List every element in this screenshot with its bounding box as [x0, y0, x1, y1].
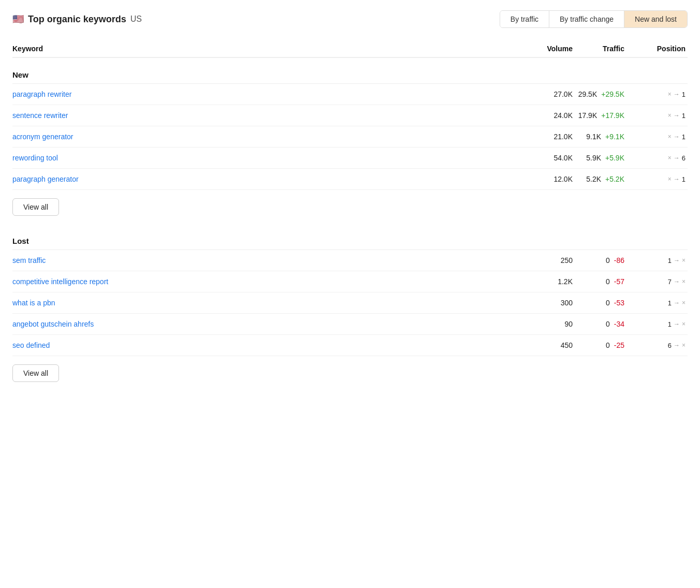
cell-position: 1 → ×: [631, 320, 688, 328]
arrow-icon: →: [674, 257, 680, 264]
pos-to: 1: [682, 175, 686, 183]
table-row: paragraph generator 12.0K 5.2K +5.2K × →…: [12, 169, 688, 190]
cell-traffic: 5.2K +5.2K: [579, 175, 631, 183]
cell-volume: 27.0K: [527, 90, 579, 98]
keyword-link[interactable]: sentence rewriter: [12, 111, 527, 120]
cell-position: × → 6: [631, 154, 688, 162]
traffic-change: -25: [614, 341, 624, 349]
view-all-new-button[interactable]: View all: [12, 198, 59, 216]
cell-position: 7 → ×: [631, 278, 688, 286]
keyword-link[interactable]: acronym generator: [12, 133, 527, 141]
pos-to: ×: [682, 278, 686, 285]
cell-volume: 12.0K: [527, 175, 579, 183]
cell-traffic: 5.9K +5.9K: [579, 154, 631, 162]
tab-by-traffic[interactable]: By traffic: [500, 11, 549, 27]
traffic-change: +5.2K: [605, 175, 624, 183]
arrow-icon: →: [674, 91, 680, 98]
cell-volume: 54.0K: [527, 154, 579, 162]
cell-traffic: 29.5K +29.5K: [579, 90, 631, 98]
cell-volume: 1.2K: [527, 277, 579, 286]
col-volume: Volume: [527, 45, 579, 53]
cell-position: 6 → ×: [631, 342, 688, 349]
col-traffic: Traffic: [579, 45, 631, 53]
section-lost: Lost sem traffic 250 0 -86 1 → × competi…: [12, 228, 688, 394]
traffic-change: +29.5K: [601, 90, 624, 98]
keyword-link[interactable]: what is a pbn: [12, 299, 527, 307]
cell-volume: 24.0K: [527, 111, 579, 120]
pos-to: 1: [682, 91, 686, 98]
keyword-link[interactable]: seo defined: [12, 341, 527, 349]
country-label: US: [130, 14, 142, 24]
arrow-icon: →: [674, 112, 680, 119]
section-lost-label: Lost: [12, 228, 688, 250]
main-container: 🇺🇸 Top organic keywords US By traffic By…: [0, 0, 700, 588]
cell-traffic: 17.9K +17.9K: [579, 111, 631, 120]
traffic-change: +5.9K: [605, 154, 624, 162]
pos-from: ×: [668, 112, 672, 119]
keyword-link[interactable]: competitive intelligence report: [12, 277, 527, 286]
table-row: rewording tool 54.0K 5.9K +5.9K × → 6: [12, 148, 688, 169]
traffic-change: -34: [614, 320, 624, 328]
keyword-link[interactable]: paragraph generator: [12, 175, 527, 183]
table-row: sentence rewriter 24.0K 17.9K +17.9K × →…: [12, 105, 688, 126]
flag-icon: 🇺🇸: [12, 13, 24, 25]
pos-from: ×: [668, 91, 672, 98]
arrow-icon: →: [674, 342, 680, 349]
pos-to: 1: [682, 133, 686, 141]
pos-from: 1: [668, 257, 672, 264]
table-row: competitive intelligence report 1.2K 0 -…: [12, 271, 688, 292]
tab-group: By traffic By traffic change New and los…: [500, 10, 688, 28]
table-row: seo defined 450 0 -25 6 → ×: [12, 335, 688, 356]
cell-volume: 300: [527, 299, 579, 307]
table-row: paragraph rewriter 27.0K 29.5K +29.5K × …: [12, 84, 688, 105]
traffic-change: +9.1K: [605, 133, 624, 141]
traffic-change: -86: [614, 256, 624, 264]
cell-traffic: 0 -53: [579, 299, 631, 307]
cell-volume: 21.0K: [527, 133, 579, 141]
page-title: Top organic keywords: [28, 14, 126, 25]
pos-to: ×: [682, 257, 686, 264]
view-all-lost-button[interactable]: View all: [12, 364, 59, 382]
cell-position: × → 1: [631, 112, 688, 120]
cell-volume: 450: [527, 341, 579, 349]
cell-traffic: 0 -34: [579, 320, 631, 328]
pos-from: 1: [668, 299, 672, 307]
tab-new-and-lost[interactable]: New and lost: [624, 11, 687, 27]
pos-from: ×: [668, 154, 672, 161]
pos-from: 7: [668, 278, 672, 286]
column-headers: Keyword Volume Traffic Position: [12, 40, 688, 58]
pos-to: ×: [682, 320, 686, 328]
cell-position: × → 1: [631, 175, 688, 183]
header-title-group: 🇺🇸 Top organic keywords US: [12, 13, 142, 25]
cell-traffic: 9.1K +9.1K: [579, 133, 631, 141]
pos-to: 6: [682, 154, 686, 162]
cell-traffic: 0 -86: [579, 256, 631, 264]
pos-to: ×: [682, 299, 686, 306]
pos-from: ×: [668, 133, 672, 140]
cell-volume: 90: [527, 320, 579, 328]
arrow-icon: →: [674, 278, 680, 285]
traffic-change: -57: [614, 277, 624, 286]
keyword-link[interactable]: paragraph rewriter: [12, 90, 527, 98]
pos-from: 6: [668, 342, 672, 349]
keyword-link[interactable]: sem traffic: [12, 256, 527, 264]
arrow-icon: →: [674, 175, 680, 183]
table-row: angebot gutschein ahrefs 90 0 -34 1 → ×: [12, 314, 688, 335]
cell-position: × → 1: [631, 91, 688, 98]
col-position: Position: [631, 45, 688, 53]
pos-to: ×: [682, 342, 686, 349]
table-row: what is a pbn 300 0 -53 1 → ×: [12, 292, 688, 314]
table-row: acronym generator 21.0K 9.1K +9.1K × → 1: [12, 126, 688, 148]
keyword-link[interactable]: angebot gutschein ahrefs: [12, 320, 527, 328]
cell-volume: 250: [527, 256, 579, 264]
cell-position: × → 1: [631, 133, 688, 141]
keyword-link[interactable]: rewording tool: [12, 154, 527, 162]
arrow-icon: →: [674, 154, 680, 161]
tab-by-traffic-change[interactable]: By traffic change: [549, 11, 624, 27]
cell-position: 1 → ×: [631, 257, 688, 264]
cell-traffic: 0 -57: [579, 277, 631, 286]
col-keyword: Keyword: [12, 45, 527, 53]
pos-from: 1: [668, 320, 672, 328]
pos-from: ×: [668, 175, 672, 183]
pos-to: 1: [682, 112, 686, 120]
